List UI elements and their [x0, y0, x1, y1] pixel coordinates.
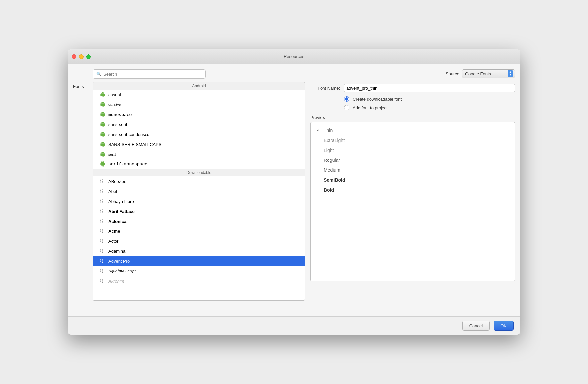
radio-add-to-project[interactable]: Add font to project	[344, 105, 515, 110]
traffic-lights	[72, 54, 91, 59]
font-name-abeezee: ABeeZee	[108, 179, 126, 184]
search-input[interactable]	[103, 72, 202, 77]
list-item[interactable]: ⛓ Abhaya Libre	[93, 196, 305, 206]
list-item[interactable]: sans-serif-condensed	[93, 129, 305, 139]
font-name-sans-serif: sans-serif	[108, 122, 127, 127]
source-value: Google Fonts	[465, 71, 491, 76]
ok-button[interactable]: OK	[494, 321, 514, 331]
preview-weight-light[interactable]: Light	[315, 146, 510, 155]
radio-add-project-circle[interactable]	[344, 105, 349, 110]
link-icon: ⛓	[100, 219, 106, 224]
list-item[interactable]: casual	[93, 90, 305, 99]
weight-name-light: Light	[324, 148, 334, 153]
radio-downloadable-label: Create downloadable font	[353, 97, 402, 102]
font-name-acme: Acme	[108, 229, 120, 234]
search-bar[interactable]: 🔍	[93, 69, 206, 79]
preview-section: Preview ✓ Thin ExtraLight Light	[310, 115, 515, 281]
weight-name-thin: Thin	[324, 128, 333, 133]
radio-downloadable[interactable]: Create downloadable font	[344, 96, 515, 102]
radio-add-project-label: Add font to project	[353, 105, 388, 110]
weight-name-bold: Bold	[324, 187, 334, 193]
list-item[interactable]: serif-monospace	[93, 159, 305, 169]
font-name-akronim: Akronim	[108, 279, 124, 284]
downloadable-section-header: Downloadable	[93, 169, 305, 176]
preview-weight-semibold[interactable]: SemiBold	[315, 175, 510, 185]
preview-weight-extralight[interactable]: ExtraLight	[315, 136, 510, 145]
list-item[interactable]: ⛓ Abel	[93, 186, 305, 196]
weight-name-semibold: SemiBold	[324, 177, 345, 183]
font-name-input[interactable]	[344, 84, 515, 92]
android-icon	[100, 101, 106, 107]
link-icon: ⛓	[100, 279, 106, 283]
link-icon: ⛓	[100, 199, 106, 204]
link-icon: ⛓	[100, 189, 106, 194]
main-content: 🔍 Fonts Android	[68, 64, 520, 316]
resources-window: Resources 🔍 Fonts Android	[68, 49, 520, 335]
preview-title: Preview	[310, 115, 515, 120]
android-icon	[100, 111, 106, 117]
android-icon	[100, 141, 106, 147]
link-icon: ⛓	[100, 229, 106, 233]
source-row: Source Google Fonts ▲ ▼	[310, 69, 515, 78]
fonts-section: Fonts Android casual	[73, 82, 305, 301]
fonts-label: Fonts	[73, 82, 89, 89]
font-name-actor: Actor	[108, 239, 118, 244]
list-item[interactable]: ⛓ Abril Fatface	[93, 206, 305, 216]
list-item-advent-pro[interactable]: ⛓ Advent Pro	[93, 256, 305, 266]
weight-name-medium: Medium	[324, 167, 340, 173]
list-item[interactable]: SANS-SERIF-SMALLCAPS	[93, 139, 305, 149]
cancel-button[interactable]: Cancel	[462, 321, 490, 331]
font-name-aquafina: Aquafina Script	[108, 268, 136, 274]
font-name-adamina: Adamina	[108, 249, 125, 254]
link-icon: ⛓	[100, 269, 106, 273]
search-icon: 🔍	[96, 72, 101, 76]
font-name-abhaya: Abhaya Libre	[108, 199, 134, 204]
list-item[interactable]: cursive	[93, 99, 305, 109]
link-icon: ⛓	[100, 239, 106, 243]
close-button[interactable]	[72, 54, 76, 59]
list-item[interactable]: ⛓ Adamina	[93, 246, 305, 256]
list-item[interactable]: serif	[93, 149, 305, 159]
list-item[interactable]: ⛓ Acme	[93, 226, 305, 236]
preview-box: ✓ Thin ExtraLight Light Regular	[310, 122, 515, 281]
list-item[interactable]: ⛓ Aclonica	[93, 216, 305, 226]
window-title: Resources	[284, 54, 304, 59]
font-name-aclonica: Aclonica	[108, 219, 126, 224]
font-name-monospace: monospace	[108, 112, 132, 117]
list-item[interactable]: ⛓ Aquafina Script	[93, 266, 305, 276]
weight-name-extralight: ExtraLight	[324, 138, 345, 143]
link-icon: ⛓	[100, 259, 106, 263]
font-name-label: Font Name:	[310, 86, 340, 91]
list-item[interactable]: ⛓ Actor	[93, 236, 305, 246]
font-name-serif-monospace: serif-monospace	[108, 162, 147, 167]
radio-group: Create downloadable font Add font to pro…	[310, 96, 515, 110]
preview-weight-thin[interactable]: ✓ Thin	[315, 126, 510, 135]
font-list[interactable]: Android casual	[93, 82, 305, 301]
list-item[interactable]: monospace	[93, 109, 305, 119]
link-icon: ⛓	[100, 209, 106, 214]
android-icon	[100, 92, 106, 97]
minimize-button[interactable]	[79, 54, 84, 59]
bottom-bar: Cancel OK	[68, 316, 520, 335]
preview-weight-regular[interactable]: Regular	[315, 156, 510, 165]
weight-name-regular: Regular	[324, 158, 340, 163]
font-name-sans-serif-smallcaps: SANS-SERIF-SMALLCAPS	[108, 142, 161, 147]
source-label: Source	[446, 71, 459, 76]
link-icon: ⛓	[100, 249, 106, 253]
maximize-button[interactable]	[86, 54, 91, 59]
font-name-serif: serif	[108, 152, 116, 157]
radio-downloadable-circle[interactable]	[344, 96, 349, 102]
preview-weight-medium[interactable]: Medium	[315, 165, 510, 175]
android-icon	[100, 151, 106, 157]
font-name-sans-serif-condensed: sans-serif-condensed	[108, 132, 149, 137]
preview-weight-bold[interactable]: Bold	[315, 185, 510, 195]
titlebar: Resources	[68, 49, 520, 64]
font-name-row: Font Name:	[310, 84, 515, 92]
android-icon	[100, 121, 106, 127]
list-item[interactable]: sans-serif	[93, 119, 305, 129]
font-name-cursive: cursive	[108, 102, 121, 107]
source-select[interactable]: Google Fonts ▲ ▼	[462, 69, 515, 78]
link-icon: ⛓	[100, 179, 106, 184]
list-item[interactable]: ⛓ ABeeZee	[93, 176, 305, 186]
list-item[interactable]: ⛓ Akronim	[93, 276, 305, 286]
